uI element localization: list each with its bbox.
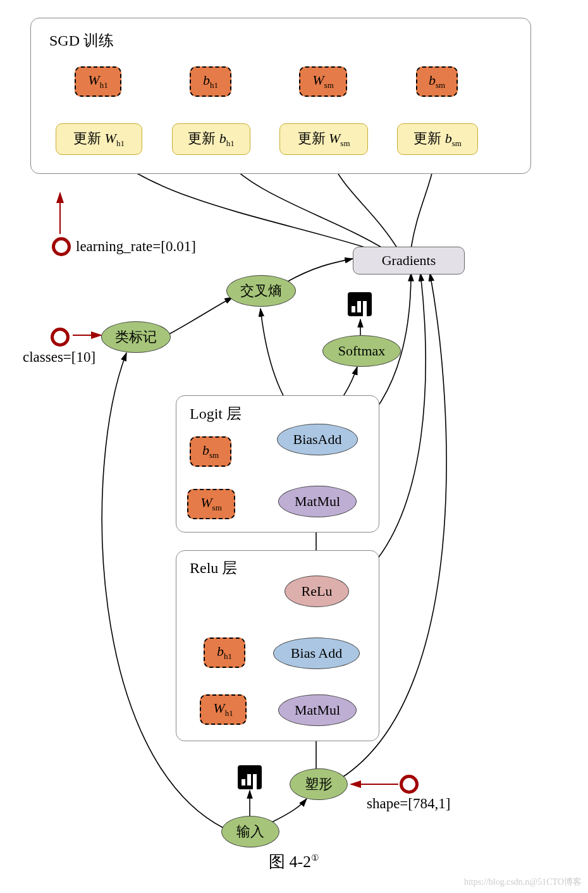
relu-biasadd: Bias Add xyxy=(273,637,360,669)
relu-matmul: MatMul xyxy=(278,694,357,726)
softmax-node: Softmax xyxy=(322,335,401,367)
relu-wh1: Wh1 xyxy=(200,694,247,725)
param-wh1: Wh1 xyxy=(75,66,121,97)
sgd-title: SGD 训练 xyxy=(49,30,114,51)
gradients-node: Gradients xyxy=(353,247,465,274)
input-bar-chart-icon xyxy=(238,765,262,789)
logit-wsm: Wsm xyxy=(187,489,235,519)
cross-entropy-node: 交叉熵 xyxy=(226,275,296,307)
lr-ring-icon xyxy=(52,237,71,256)
classes-label: classes=[10] xyxy=(23,349,95,366)
input-node: 输入 xyxy=(221,816,279,847)
logit-matmul: MatMul xyxy=(278,486,357,517)
reshape-node: 塑形 xyxy=(290,768,348,800)
update-wsm: 更新 Wsm xyxy=(279,123,368,155)
param-bsm: bsm xyxy=(416,66,458,97)
logit-title: Logit 层 xyxy=(190,403,242,424)
relu-node: ReLu xyxy=(285,576,349,607)
relu-title: Relu 层 xyxy=(190,558,237,578)
update-bsm: 更新 bsm xyxy=(397,123,478,155)
param-bh1: bh1 xyxy=(190,66,231,97)
param-wsm: Wsm xyxy=(299,66,347,97)
relu-bh1: bh1 xyxy=(204,637,245,668)
watermark-text: https://blog.csdn.n@51CTO博客 xyxy=(464,877,582,888)
logit-biasadd: BiasAdd xyxy=(277,424,358,455)
bar-chart-icon xyxy=(348,292,372,316)
lr-label: learning_rate=[0.01] xyxy=(76,238,196,255)
logit-bsm: bsm xyxy=(190,436,231,467)
update-wh1: 更新 Wh1 xyxy=(56,123,142,155)
shape-ring-icon xyxy=(400,775,419,794)
figure-caption: 图 4-2① xyxy=(0,851,588,873)
classes-ring-icon xyxy=(51,328,70,347)
shape-label: shape=[784,1] xyxy=(367,796,450,812)
update-bh1: 更新 bh1 xyxy=(172,123,250,155)
class-label-node: 类标记 xyxy=(101,321,171,353)
